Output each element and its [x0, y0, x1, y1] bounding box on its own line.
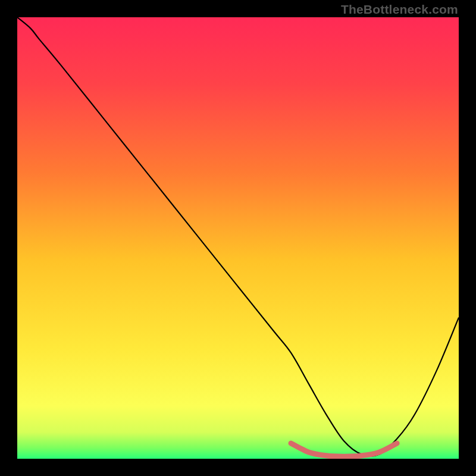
optimal-band — [291, 443, 397, 456]
bottleneck-curve — [17, 17, 459, 456]
curve-layer — [17, 17, 459, 459]
watermark: TheBottleneck.com — [341, 2, 458, 17]
plot-area — [17, 17, 459, 459]
